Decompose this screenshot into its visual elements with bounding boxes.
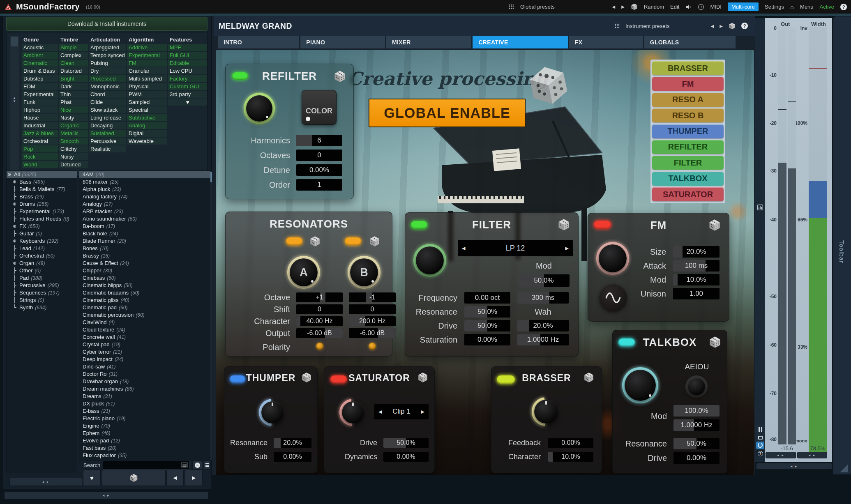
tag-item[interactable]: Realistic: [89, 145, 126, 152]
scrollbar-thumb[interactable]: [11, 37, 18, 46]
tag-item[interactable]: Cinematic: [22, 60, 58, 67]
chain-button-fm[interactable]: FM: [652, 77, 724, 91]
resonator-a-enable-led[interactable]: [286, 237, 302, 245]
tree-item[interactable]: ⊕Organ(48): [7, 260, 77, 267]
tag-item[interactable]: MPE: [168, 44, 207, 51]
tab-intro[interactable]: INTRO: [218, 36, 299, 48]
brasser-feedback-field[interactable]: 0.00%: [548, 438, 593, 448]
next-instrument-preset[interactable]: ▶: [720, 24, 723, 28]
tag-item[interactable]: Industrial: [22, 122, 58, 129]
character-a-field[interactable]: 40.00 Hz: [296, 316, 343, 326]
tree-item[interactable]: ├Brass(29): [7, 193, 77, 200]
tag-item[interactable]: Nasty: [59, 114, 88, 121]
tag-item[interactable]: Percussive: [89, 138, 126, 145]
talkbox-mod-rate-field[interactable]: 1.0000 Hz: [673, 419, 720, 431]
polarity-b-led[interactable]: [369, 343, 376, 350]
tree-item[interactable]: ├Sequences(197): [7, 289, 77, 297]
preset-list-item[interactable]: Analog factory(74): [79, 193, 212, 200]
tag-item[interactable]: Ambient: [22, 52, 58, 59]
tag-item[interactable]: House: [22, 114, 58, 121]
color-button[interactable]: COLOR: [302, 90, 337, 125]
out-meter-right-bar[interactable]: [788, 27, 796, 444]
harmonics-field[interactable]: 6: [296, 135, 342, 146]
tree-item[interactable]: └Synth(634): [7, 304, 77, 311]
tag-item[interactable]: Processed: [89, 75, 126, 82]
saturator-randomize-dice-icon[interactable]: [417, 372, 428, 383]
clear-search-button[interactable]: −: [192, 461, 202, 469]
tag-item[interactable]: Clean: [59, 60, 88, 67]
tree-item[interactable]: ├Other(0): [7, 267, 77, 274]
preset-next-button[interactable]: ▶: [621, 5, 625, 9]
tag-item[interactable]: Orchestral: [22, 138, 58, 145]
tab-mixer[interactable]: MIXER: [386, 36, 472, 48]
fm-randomize-dice-icon[interactable]: [708, 219, 721, 231]
tree-expand-icon[interactable]: ⊙: [8, 171, 14, 178]
tag-item[interactable]: Phat: [59, 99, 88, 106]
tag-item[interactable]: Hiphop: [22, 106, 58, 113]
preset-list-item[interactable]: Fast bass(20): [79, 444, 212, 452]
tree-expand-icon[interactable]: ⊕: [13, 223, 19, 230]
preset-list-item[interactable]: Dreams(31): [79, 393, 212, 400]
output-a-field[interactable]: -6.00 dB: [296, 328, 343, 338]
tab-creative[interactable]: CREATIVE: [473, 36, 567, 48]
tag-item[interactable]: Jazz & blues: [22, 130, 58, 137]
favorite-button[interactable]: ♥: [83, 469, 101, 486]
tag-item[interactable]: Pop: [22, 145, 58, 152]
resonator-b-enable-led[interactable]: [345, 237, 361, 245]
tag-item[interactable]: Noisy: [59, 153, 88, 160]
big-random-dice-icon[interactable]: [524, 59, 573, 112]
talkbox-drive-field[interactable]: 0.00%: [673, 452, 720, 464]
clip-type-selector[interactable]: ◀ Clip 1 ▶: [374, 404, 429, 419]
saturator-dynamics-field[interactable]: 0.00%: [383, 452, 429, 462]
preset-list-item[interactable]: Cinematic gliss(40): [79, 297, 212, 304]
sonogram-button[interactable]: [756, 204, 764, 211]
help-icon[interactable]: ?: [840, 4, 847, 10]
tag-item[interactable]: Arpeggiated: [89, 44, 126, 51]
chain-button-brasser[interactable]: BRASSER: [652, 61, 724, 75]
tag-item[interactable]: Distorted: [59, 67, 88, 74]
preset-list-item[interactable]: Black hole(24): [79, 230, 212, 237]
next-type-icon[interactable]: ▶: [565, 246, 569, 251]
brasser-knob[interactable]: [532, 397, 560, 426]
size-field[interactable]: 20.0%: [673, 246, 720, 258]
preset-list-item[interactable]: Drawbar organ(18): [79, 378, 212, 385]
preset-list-item[interactable]: Cinematic braaams(50): [79, 289, 212, 297]
preset-list-item[interactable]: Ephem(46): [79, 430, 212, 437]
tree-expand-icon[interactable]: ⊕: [13, 237, 19, 245]
wah-amount-field[interactable]: 20.0%: [517, 320, 569, 331]
tag-item[interactable]: World: [22, 161, 58, 168]
thumper-sub-field[interactable]: 0.00%: [274, 452, 311, 462]
tag-item[interactable]: EDM: [22, 83, 58, 90]
resonator-b-dice-icon[interactable]: [369, 236, 380, 247]
octaves-field[interactable]: 0: [296, 150, 342, 161]
updown-icon[interactable]: ▲▼: [10, 97, 19, 103]
filter-type-selector[interactable]: ◀ LP 12 ▶: [458, 240, 573, 256]
tab-globals[interactable]: GLOBALS: [644, 36, 736, 48]
wah-rate-field[interactable]: 1.0000 Hz: [517, 334, 569, 345]
polarity-a-led[interactable]: [316, 343, 323, 350]
toolbar-strip[interactable]: Toolbar: [833, 16, 851, 474]
tag-item[interactable]: Organic: [59, 122, 88, 129]
talkbox-mod-amount-field[interactable]: 100.0%: [673, 405, 720, 417]
preset-list-item[interactable]: Cause & Effect(24): [79, 260, 212, 267]
chain-button-thumper[interactable]: THUMPER: [652, 124, 724, 138]
prev-instrument-preset[interactable]: ◀: [711, 24, 714, 28]
tag-item[interactable]: Dark: [59, 83, 88, 90]
tag-item[interactable]: Detuned: [59, 161, 88, 168]
preset-prev-button[interactable]: ◀: [612, 5, 616, 9]
tree-item[interactable]: ⊕Keyboards(192): [7, 237, 77, 245]
tag-item[interactable]: Factory: [168, 75, 207, 82]
tree-item[interactable]: ├Experimental(173): [7, 208, 77, 215]
tag-item[interactable]: Tempo synced: [89, 52, 126, 59]
tag-item[interactable]: Granular: [127, 67, 167, 74]
chain-button-reso-a[interactable]: RESO A: [652, 93, 724, 107]
preset-list-item[interactable]: Dino-saw(41): [79, 363, 212, 371]
tag-item[interactable]: Sustained: [89, 130, 126, 137]
active-status[interactable]: Active: [820, 4, 834, 10]
preset-list-item[interactable]: Ba-boom(17): [79, 223, 212, 230]
frequency-field[interactable]: 0.00 oct: [464, 292, 510, 304]
tag-item[interactable]: Metallic: [59, 130, 88, 137]
tag-item[interactable]: 3rd party: [168, 91, 207, 98]
tag-item[interactable]: Physical: [127, 83, 167, 90]
prev-preset-button[interactable]: ◀: [166, 469, 184, 486]
